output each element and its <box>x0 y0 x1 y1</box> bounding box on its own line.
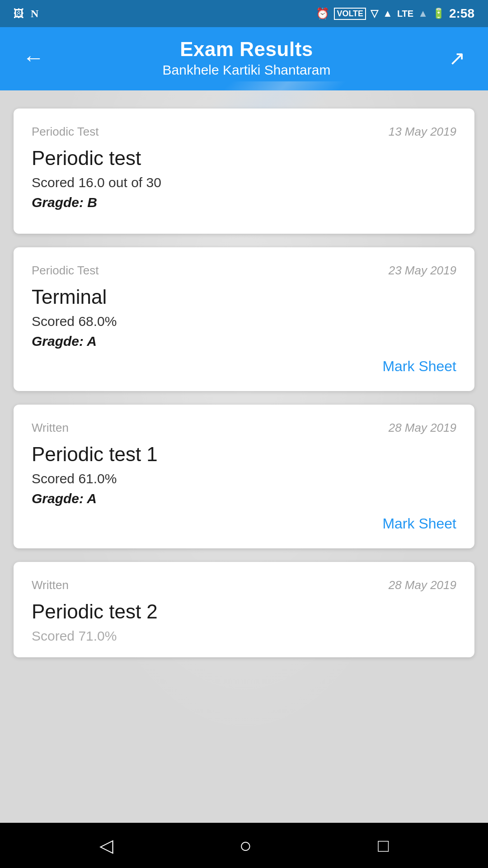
bottom-navigation: ◁ ○ □ <box>0 823 488 868</box>
card-2-title: Terminal <box>32 286 456 308</box>
exam-card-3: Written 28 May 2019 Periodic test 1 Scor… <box>14 405 474 548</box>
time-display: 2:58 <box>449 6 474 21</box>
card-1-score: Scored 16.0 out of 30 <box>32 175 456 190</box>
card-2-score: Scored 68.0% <box>32 314 456 329</box>
card-4-type: Written <box>32 578 69 592</box>
volte-label: VOLTE <box>334 8 366 20</box>
card-2-type: Periodic Test <box>32 264 99 278</box>
signal-icon: ▲ <box>383 8 393 19</box>
n-icon: N <box>31 8 38 20</box>
status-bar-left: 🖼 N <box>14 7 38 20</box>
student-name: Bankhele Kartiki Shantaram <box>49 62 444 78</box>
card-4-header: Written 28 May 2019 <box>32 578 456 592</box>
mark-sheet-button-3[interactable]: Mark Sheet <box>32 515 456 532</box>
back-button[interactable]: ← <box>18 42 49 73</box>
exam-card-4: Written 28 May 2019 Periodic test 2 Scor… <box>14 562 474 657</box>
exam-card-2: Periodic Test 23 May 2019 Terminal Score… <box>14 247 474 391</box>
card-3-type: Written <box>32 421 69 435</box>
card-2-header: Periodic Test 23 May 2019 <box>32 264 456 278</box>
card-3-header: Written 28 May 2019 <box>32 421 456 435</box>
page-title: Exam Results <box>49 38 444 61</box>
card-4-date: 28 May 2019 <box>389 578 456 592</box>
home-nav-button[interactable]: ○ <box>239 833 252 858</box>
back-nav-button[interactable]: ◁ <box>99 835 113 856</box>
mark-sheet-button-2[interactable]: Mark Sheet <box>32 358 456 375</box>
lte-signal-icon: ▲ <box>418 8 428 19</box>
card-1-title: Periodic test <box>32 147 456 170</box>
app-header: ← Exam Results Bankhele Kartiki Shantara… <box>0 27 488 90</box>
alarm-icon: ⏰ <box>316 7 329 20</box>
status-bar: 🖼 N ⏰ VOLTE ▽ ▲ LTE ▲ 🔋 2:58 <box>0 0 488 27</box>
card-4-title: Periodic test 2 <box>32 600 456 623</box>
card-3-date: 28 May 2019 <box>389 421 456 435</box>
card-4-score: Scored 71.0% <box>32 628 456 644</box>
card-2-grade: Gragde: A <box>32 334 456 349</box>
card-1-grade: Gragde: B <box>32 195 456 210</box>
exam-card-1: Periodic Test 13 May 2019 Periodic test … <box>14 108 474 234</box>
lte-label: LTE <box>397 9 413 19</box>
wifi-icon: ▽ <box>371 8 378 19</box>
card-3-grade: Gragde: A <box>32 491 456 506</box>
content-area: Periodic Test 13 May 2019 Periodic test … <box>0 90 488 823</box>
status-bar-right: ⏰ VOLTE ▽ ▲ LTE ▲ 🔋 2:58 <box>316 6 474 21</box>
card-1-type: Periodic Test <box>32 125 99 139</box>
card-3-score: Scored 61.0% <box>32 471 456 486</box>
card-1-date: 13 May 2019 <box>389 125 456 139</box>
card-3-title: Periodic test 1 <box>32 443 456 466</box>
card-1-header: Periodic Test 13 May 2019 <box>32 125 456 139</box>
header-center: Exam Results Bankhele Kartiki Shantaram <box>49 38 444 78</box>
image-icon: 🖼 <box>14 7 24 20</box>
recent-nav-button[interactable]: □ <box>378 835 389 856</box>
battery-icon: 🔋 <box>432 8 445 19</box>
chart-button[interactable]: ↗ <box>444 42 470 74</box>
card-2-date: 23 May 2019 <box>389 264 456 278</box>
